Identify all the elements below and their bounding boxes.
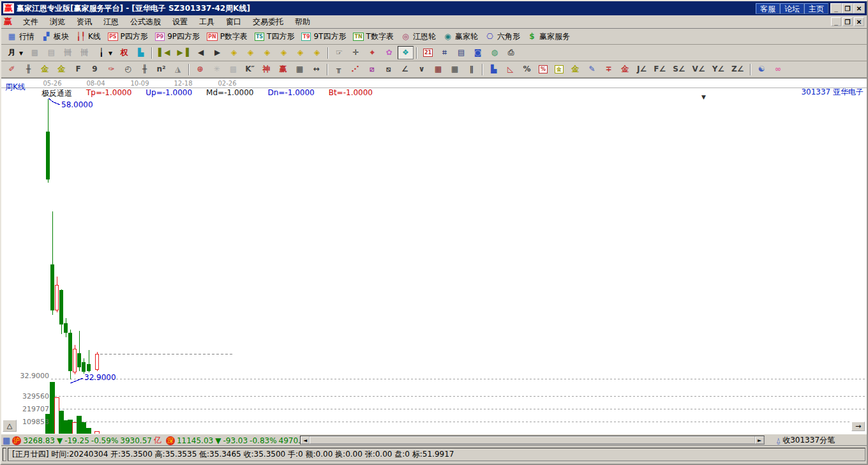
wave-link-button[interactable]: ∞	[770, 63, 786, 76]
expand-y-button[interactable]: ◈	[276, 46, 292, 59]
pillar-line-tool[interactable]: ╥	[331, 63, 347, 76]
first-page-button[interactable]: ▌◀	[155, 46, 173, 59]
print-button[interactable]: ⎙	[503, 46, 519, 59]
crosshair-tool[interactable]: ✛	[348, 46, 364, 59]
fan-box-2-tool[interactable]: ⧅	[380, 63, 396, 76]
flower-mark-tool[interactable]: ✿	[381, 46, 397, 59]
t-square-button[interactable]: TST四方形	[251, 30, 298, 43]
hand-drag-tool[interactable]: ☞	[331, 46, 347, 59]
shen-magic-tool[interactable]: 神	[258, 63, 274, 76]
fan-lines-tool[interactable]: ⋰	[347, 63, 363, 76]
mdi-close-button[interactable]: ✕	[854, 17, 864, 26]
service-button[interactable]: 客服	[756, 3, 780, 14]
menu-file[interactable]: 文件	[17, 15, 44, 29]
gann-circle-tool[interactable]: ⊕	[192, 63, 208, 76]
market-grid-icon[interactable]: ▦	[3, 436, 10, 445]
chart-horizontal-scrollbar[interactable]: ◄ ►	[300, 436, 765, 445]
channel-indicator-button[interactable]: ❖	[398, 46, 414, 59]
p9-square-button[interactable]: P99P四方形	[152, 30, 203, 43]
gann-grid-tool[interactable]: ╫	[20, 63, 36, 76]
calculator-button[interactable]: ⌗	[437, 46, 453, 59]
annotation-pen-tool[interactable]: ✎	[584, 63, 600, 76]
dense-grid-tool[interactable]: ▦	[292, 63, 308, 76]
memo-button[interactable]: ▤	[453, 46, 469, 59]
expand-all-button[interactable]: ◈	[309, 46, 325, 59]
square-nine-tool[interactable]: n²	[153, 63, 169, 76]
p-number-button[interactable]: PNP数字表	[204, 30, 251, 43]
star-cycle-tool[interactable]: ✳	[209, 63, 225, 76]
home-button[interactable]: 主页	[804, 3, 828, 14]
fibonacci-grid-tool[interactable]: F	[70, 63, 86, 76]
golden-section-tool[interactable]: 金	[551, 63, 567, 76]
quote-button[interactable]: ▦行情	[4, 30, 38, 43]
k-mark-tool[interactable]: K″	[242, 63, 258, 76]
menu-browse[interactable]: 浏览	[44, 15, 71, 29]
scrollbar-right-arrow[interactable]: ►	[755, 436, 764, 444]
menu-formula-stockpick[interactable]: 公式选股	[124, 15, 167, 29]
compress-y-button[interactable]: ◈	[259, 46, 275, 59]
golden-line-tool[interactable]: 金	[567, 63, 583, 76]
percent-slope-tool[interactable]: ◺	[502, 63, 518, 76]
sector-button[interactable]: ▞板块	[38, 30, 72, 43]
kline-button[interactable]: ╽╿K线	[73, 30, 104, 43]
zoom-select-tool[interactable]: ⌖	[364, 46, 380, 59]
grid-block-2-tool[interactable]: ▦	[447, 63, 463, 76]
draw-arrow-tool[interactable]: ✐	[4, 63, 20, 76]
win-angle-tool[interactable]: Y∠	[709, 63, 728, 76]
t-number-button[interactable]: TNT数字表	[350, 30, 397, 43]
scrollbar-thumb[interactable]	[310, 436, 755, 444]
menu-trade[interactable]: 交易委托	[247, 15, 289, 29]
indicator-dropdown-caret[interactable]: ▼	[701, 94, 706, 100]
kline-chart-canvas[interactable]	[1, 79, 867, 434]
seat-angle-tool[interactable]: Z∠	[728, 63, 747, 76]
menu-news[interactable]: 资讯	[71, 15, 98, 29]
percent-tool[interactable]: %	[519, 63, 535, 76]
grid-block-tool[interactable]: ▦	[430, 63, 446, 76]
yinyang-button[interactable]: ☯	[754, 63, 770, 76]
hexagon-button[interactable]: ⎔六角形	[482, 30, 523, 43]
menu-gann[interactable]: 江恩	[98, 15, 124, 29]
stat-column-tool[interactable]: ▙	[486, 63, 502, 76]
sign-angle-tool[interactable]: S∠	[670, 63, 688, 76]
golden-angle-tool[interactable]: 金	[617, 63, 633, 76]
win-magic-tool[interactable]: 赢	[275, 63, 291, 76]
winner-wheel-button[interactable]: ◉赢家轮	[440, 30, 481, 43]
gann-wheel-button[interactable]: ◎江恩轮	[398, 30, 439, 43]
spider-web-tool[interactable]: ▩	[225, 63, 241, 76]
menu-settings[interactable]: 设置	[167, 15, 193, 29]
angle-ruler-tool[interactable]: ◮	[170, 63, 186, 76]
winner-service-button[interactable]: $赢家服务	[524, 30, 573, 43]
scroll-right-button[interactable]: →	[851, 422, 865, 431]
shanghai-index-icon[interactable]: 沪	[12, 436, 21, 445]
nine-grid-tool[interactable]: 9	[87, 63, 103, 76]
exright-button[interactable]: 权	[116, 46, 132, 59]
minute9-bars-button[interactable]: 卌	[77, 46, 93, 59]
brush-grid-tool[interactable]: ✑	[103, 63, 119, 76]
golden-grid-2-tool[interactable]: 金	[54, 63, 70, 76]
compress-x-button[interactable]: ◈	[226, 46, 242, 59]
price-ruler-tool[interactable]: ╫	[137, 63, 153, 76]
scrollbar-left-arrow[interactable]: ◄	[301, 436, 310, 444]
pane-expand-button[interactable]: △	[3, 420, 17, 432]
close-button[interactable]: ✕	[853, 3, 865, 13]
j-angle-tool[interactable]: J∠	[634, 63, 650, 76]
f-angle-tool[interactable]: F∠	[650, 63, 669, 76]
span-measure-tool[interactable]: ↔	[308, 63, 324, 76]
golden-grid-tool[interactable]: 金	[37, 63, 53, 76]
menu-help[interactable]: 帮助	[289, 15, 316, 29]
time-cycle-tool[interactable]: ◴	[120, 63, 136, 76]
f10-info-button[interactable]: ▤	[43, 46, 59, 59]
minute3-bars-button[interactable]: 卌	[60, 46, 76, 59]
mdi-restore-button[interactable]: ❐	[842, 17, 853, 26]
candle-style-select[interactable]: ╽▾	[93, 46, 116, 59]
zigzag-tool[interactable]: ∨	[414, 63, 430, 76]
trend-angle-tool[interactable]: ∠	[397, 63, 413, 76]
compress-all-button[interactable]: ◈	[292, 46, 308, 59]
period-select[interactable]: 月▾	[4, 46, 26, 59]
p-square-button[interactable]: PSP四方形	[105, 30, 151, 43]
menu-tools[interactable]: 工具	[193, 15, 220, 29]
percent-box-tool[interactable]: %	[535, 63, 551, 76]
mdi-minimize-button[interactable]: _	[831, 17, 841, 26]
parallel-lines-tool[interactable]: ∥	[463, 63, 479, 76]
next-bar-button[interactable]: ▶	[209, 46, 225, 59]
